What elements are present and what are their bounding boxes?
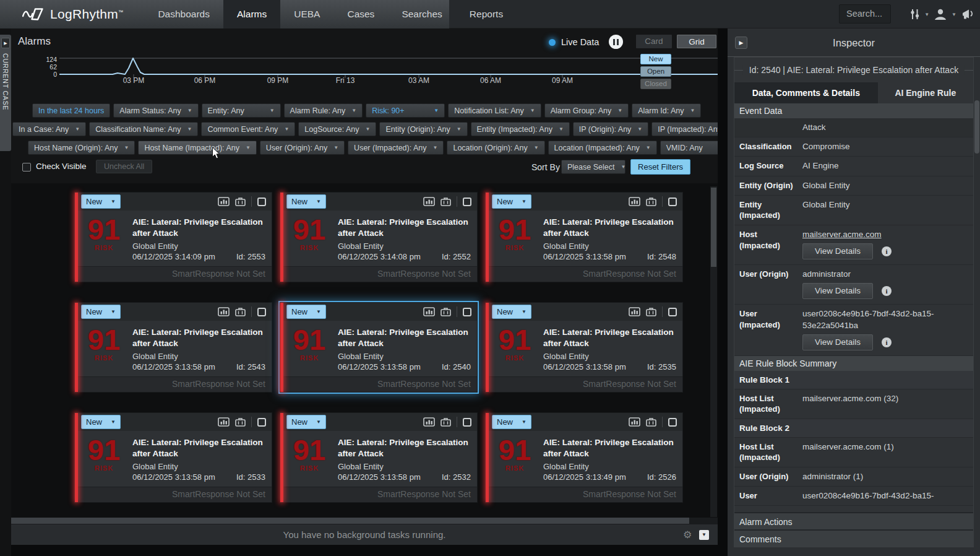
legend-open-button[interactable]: Open xyxy=(640,66,671,77)
card-select-checkbox[interactable] xyxy=(257,418,266,427)
nav-item-alarms[interactable]: Alarms xyxy=(223,0,280,28)
comments-section-header[interactable]: Comments xyxy=(734,529,973,547)
gear-icon[interactable]: ⚙ xyxy=(683,524,692,545)
alarm-status-dropdown[interactable]: New▼ xyxy=(492,194,531,209)
user-profile-caret-icon[interactable]: ▼ xyxy=(952,12,956,17)
legend-new-button[interactable]: New xyxy=(640,54,671,64)
filter-location-origin[interactable]: Location (Origin): Any▼ xyxy=(447,141,544,155)
alarm-card[interactable]: New▼ 91 RISK AIE: Lateral: Privilege Esc… xyxy=(74,412,272,503)
scrollbar-thumb[interactable] xyxy=(711,188,716,267)
filter-notification-list[interactable]: Notification List: Any▼ xyxy=(448,103,541,118)
filter-alarm-id[interactable]: Alarm Id: Any▼ xyxy=(632,103,701,118)
add-to-case-icon[interactable] xyxy=(646,197,656,206)
add-to-case-icon[interactable] xyxy=(441,197,451,206)
user-profile-icon[interactable] xyxy=(933,7,948,21)
logrhythm-logo[interactable]: LogRhythm™ xyxy=(0,0,144,28)
filter-classification-name[interactable]: Classification Name: Any▼ xyxy=(89,122,198,136)
filter-time-range[interactable]: In the last 24 hours xyxy=(32,103,110,118)
alarm-card[interactable]: New▼ 91 RISK AIE: Lateral: Privilege Esc… xyxy=(74,302,272,393)
collapse-tasks-icon[interactable]: ▼ xyxy=(699,530,709,540)
add-to-case-icon[interactable] xyxy=(441,307,451,316)
filter-alarm-group[interactable]: Alarm Group: Any▼ xyxy=(544,103,629,118)
check-visible-checkbox[interactable] xyxy=(22,163,31,172)
view-details-button[interactable]: View Details xyxy=(802,243,873,259)
event-data-section-header[interactable]: Event Data xyxy=(734,103,973,118)
drilldown-chart-icon[interactable] xyxy=(629,307,640,316)
add-to-case-icon[interactable] xyxy=(235,307,246,316)
filter-risk[interactable]: Risk: 90+▼ xyxy=(366,103,445,118)
filter-logsource[interactable]: LogSource: Any▼ xyxy=(298,122,376,136)
card-select-checkbox[interactable] xyxy=(257,198,266,206)
filter-location-impacted[interactable]: Location (Impacted): Any▼ xyxy=(548,141,657,155)
nav-item-cases[interactable]: Cases xyxy=(333,0,388,28)
card-select-checkbox[interactable] xyxy=(463,418,471,427)
announcements-megaphone-icon[interactable] xyxy=(960,7,976,21)
host-impacted-link[interactable]: mailserver.acme.com xyxy=(802,230,882,239)
tab-data-comments-details[interactable]: Data, Comments & Details xyxy=(734,82,878,103)
alarm-status-dropdown[interactable]: New▼ xyxy=(492,415,531,429)
alarm-actions-section-header[interactable]: Alarm Actions xyxy=(734,512,973,529)
add-to-case-icon[interactable] xyxy=(646,307,656,316)
filter-in-a-case[interactable]: In a Case: Any▼ xyxy=(12,122,86,136)
alarm-card-selected[interactable]: New▼ 91 RISK AIE: Lateral: Privilege Esc… xyxy=(280,302,478,393)
tab-ai-engine-rule[interactable]: AI Engine Rule xyxy=(878,82,973,103)
sort-select-dropdown[interactable]: Please Select▼ xyxy=(561,160,625,174)
view-details-button[interactable]: View Details xyxy=(802,283,873,299)
filter-alarm-rule[interactable]: Alarm Rule: Any▼ xyxy=(284,103,363,118)
current-case-expand-icon[interactable]: ▶ xyxy=(1,38,10,48)
nav-item-reports[interactable]: Reports xyxy=(456,0,517,28)
filter-host-name-origin[interactable]: Host Name (Origin): Any▼ xyxy=(28,141,135,155)
drilldown-chart-icon[interactable] xyxy=(218,197,230,206)
alarm-status-dropdown[interactable]: New▼ xyxy=(286,194,326,209)
reset-filters-button[interactable]: Reset Filters xyxy=(630,159,690,175)
drilldown-chart-icon[interactable] xyxy=(218,307,230,316)
preferences-caret-icon[interactable]: ▼ xyxy=(924,12,929,17)
info-icon[interactable]: i xyxy=(882,246,892,256)
nav-item-searches[interactable]: Searches xyxy=(388,0,455,28)
legend-closed-button[interactable]: Closed xyxy=(640,79,671,89)
add-to-case-icon[interactable] xyxy=(235,197,246,206)
alarm-card[interactable]: New▼ 91 RISK AIE: Lateral: Privilege Esc… xyxy=(485,412,683,503)
grid-view-button[interactable]: Grid xyxy=(677,35,716,48)
alarm-status-dropdown[interactable]: New▼ xyxy=(492,305,531,319)
card-select-checkbox[interactable] xyxy=(463,308,471,316)
card-select-checkbox[interactable] xyxy=(668,418,677,427)
filter-ip-origin[interactable]: IP (Origin): Any▼ xyxy=(573,122,648,136)
alarm-status-dropdown[interactable]: New▼ xyxy=(286,305,326,319)
drilldown-chart-icon[interactable] xyxy=(629,417,640,427)
alarm-status-dropdown[interactable]: New▼ xyxy=(81,415,121,429)
current-case-tab[interactable]: ▶ CURRENT CASE xyxy=(0,35,11,151)
live-data-toggle[interactable]: Live Data xyxy=(549,37,599,47)
alarm-card[interactable]: New▼ 91 RISK AIE: Lateral: Privilege Esc… xyxy=(485,192,683,282)
uncheck-all-button[interactable]: Uncheck All xyxy=(96,160,152,173)
filter-entity[interactable]: Entity: Any▼ xyxy=(202,103,281,118)
pause-live-data-button[interactable] xyxy=(609,35,623,49)
card-select-checkbox[interactable] xyxy=(463,198,471,206)
cards-horizontal-scrollbar[interactable] xyxy=(11,518,718,524)
global-search-input[interactable]: Search... xyxy=(839,4,891,24)
nav-item-ueba[interactable]: UEBA xyxy=(280,0,333,28)
add-to-case-icon[interactable] xyxy=(441,417,451,427)
info-icon[interactable]: i xyxy=(882,286,892,296)
drilldown-chart-icon[interactable] xyxy=(423,197,435,206)
info-icon[interactable]: i xyxy=(882,337,892,347)
cards-vertical-scrollbar[interactable] xyxy=(710,186,717,517)
card-select-checkbox[interactable] xyxy=(257,308,266,316)
alarm-card[interactable]: New▼ 91 RISK AIE: Lateral: Privilege Esc… xyxy=(485,302,683,393)
preferences-sliders-icon[interactable] xyxy=(909,7,921,21)
card-select-checkbox[interactable] xyxy=(668,308,677,316)
filter-entity-impacted[interactable]: Entity (Impacted): Any▼ xyxy=(471,122,570,136)
inspector-collapse-icon[interactable]: ▶ xyxy=(735,37,747,49)
view-details-button[interactable]: View Details xyxy=(802,334,873,350)
alarm-card[interactable]: New▼ 91 RISK AIE: Lateral: Privilege Esc… xyxy=(74,192,272,282)
filter-user-origin[interactable]: User (Origin): Any▼ xyxy=(260,141,345,155)
scrollbar-thumb[interactable] xyxy=(11,518,689,524)
drilldown-chart-icon[interactable] xyxy=(218,417,230,427)
add-to-case-icon[interactable] xyxy=(235,417,246,427)
add-to-case-icon[interactable] xyxy=(646,417,656,427)
alarm-status-dropdown[interactable]: New▼ xyxy=(286,415,326,429)
nav-item-dashboards[interactable]: Dashboards xyxy=(144,0,223,28)
filter-host-name-impacted[interactable]: Host Name (Impacted): Any▼ xyxy=(138,141,256,155)
alarm-timeline-chart[interactable] xyxy=(59,54,718,79)
alarm-card[interactable]: New▼ 91 RISK AIE: Lateral: Privilege Esc… xyxy=(280,412,478,503)
